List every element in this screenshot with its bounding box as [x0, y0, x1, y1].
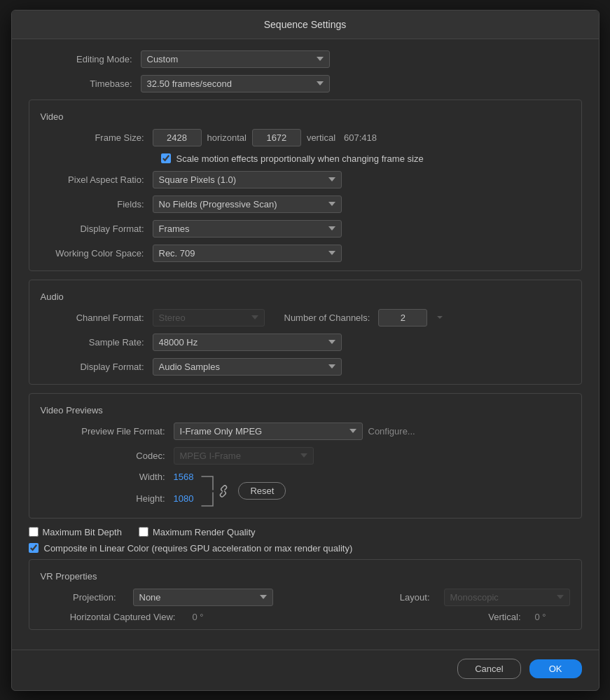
horizontal-captured-label: Horizontal Captured View: — [41, 612, 184, 622]
fields-row: Fields: No Fields (Progressive Scan) — [41, 195, 570, 213]
vr-properties-section: VR Properties Projection: None Layout: M… — [29, 559, 582, 630]
composite-row: Composite in Linear Color (requires GPU … — [29, 543, 582, 554]
frame-size-label: Frame Size: — [41, 132, 153, 143]
frame-height-input[interactable]: 1672 — [252, 129, 301, 146]
pixel-aspect-ratio-select[interactable]: Square Pixels (1.0) — [153, 171, 342, 188]
audio-channels-row: Stereo Number of Channels: 2 — [153, 309, 445, 327]
dialog-body: Editing Mode: Custom Timebase: 32.50 fra… — [12, 39, 599, 650]
pixel-aspect-ratio-row: Pixel Aspect Ratio: Square Pixels (1.0) — [41, 171, 570, 188]
codec-row: Codec: MPEG I-Frame — [41, 447, 570, 465]
height-value[interactable]: 1080 — [174, 493, 194, 504]
ok-button[interactable]: OK — [529, 659, 582, 678]
vr-section-label: VR Properties — [41, 571, 570, 582]
sample-rate-row: Sample Rate: 48000 Hz — [41, 334, 570, 351]
preview-file-format-select[interactable]: I-Frame Only MPEG — [174, 423, 363, 440]
max-render-quality-checkbox[interactable] — [139, 527, 148, 537]
dialog-footer: Cancel OK — [12, 650, 599, 690]
frame-size-row: Frame Size: 2428 horizontal 1672 vertica… — [41, 129, 570, 146]
layout-select: Monoscopic — [444, 589, 570, 606]
timebase-label: Timebase: — [29, 78, 141, 89]
display-format-row: Display Format: Frames — [41, 220, 570, 238]
height-label: Height: — [41, 493, 174, 504]
codec-label: Codec: — [41, 451, 174, 461]
vertical-value: 0 ° — [535, 612, 570, 622]
scale-motion-row: Scale motion effects proportionally when… — [161, 153, 570, 164]
width-height-inputs: Width: 1568 Height: 1080 — [41, 472, 194, 511]
channels-dropdown-icon — [436, 313, 444, 322]
horizontal-captured-value: 0 ° — [193, 612, 228, 622]
audio-display-format-label: Display Format: — [41, 362, 153, 372]
composite-linear-checkbox[interactable] — [29, 543, 39, 553]
fields-select[interactable]: No Fields (Progressive Scan) — [153, 195, 342, 213]
max-bit-depth-label[interactable]: Maximum Bit Depth — [43, 527, 122, 537]
preview-file-format-row: Preview File Format: I-Frame Only MPEG C… — [41, 423, 570, 440]
audio-display-format-select[interactable]: Audio Samples — [153, 358, 342, 376]
channel-format-select[interactable]: Stereo — [153, 309, 265, 327]
bracket-container: Reset — [199, 474, 286, 509]
vertical-label: vertical — [307, 132, 335, 143]
reset-button[interactable]: Reset — [238, 482, 286, 500]
editing-mode-label: Editing Mode: — [29, 54, 141, 64]
channel-format-label: Channel Format: — [41, 313, 153, 323]
video-section: Video Frame Size: 2428 horizontal 1672 v… — [29, 99, 582, 271]
max-render-quality-item: Maximum Render Quality — [139, 527, 256, 537]
display-format-label: Display Format: — [41, 224, 153, 234]
channel-format-row: Channel Format: Stereo Number of Channel… — [41, 309, 570, 327]
timebase-select[interactable]: 32.50 frames/second — [141, 75, 330, 92]
cancel-button[interactable]: Cancel — [457, 659, 520, 679]
audio-section: Audio Channel Format: Stereo Number of C… — [29, 280, 582, 385]
max-bit-depth-item: Maximum Bit Depth — [29, 527, 122, 537]
max-bit-depth-checkbox[interactable] — [29, 527, 39, 537]
frame-size-inputs: 2428 horizontal 1672 vertical 607:418 — [153, 129, 377, 146]
max-render-quality-label[interactable]: Maximum Render Quality — [153, 527, 256, 537]
link-icon — [217, 485, 230, 497]
width-value[interactable]: 1568 — [174, 472, 194, 482]
timebase-row: Timebase: 32.50 frames/second — [29, 75, 582, 92]
dimensions-container: Width: 1568 Height: 1080 — [41, 472, 570, 511]
pixel-aspect-ratio-label: Pixel Aspect Ratio: — [41, 174, 153, 185]
height-row: Height: 1080 — [41, 493, 194, 504]
dialog-title: Sequence Settings — [12, 11, 599, 39]
projection-label: Projection: — [41, 592, 125, 603]
preview-file-format-label: Preview File Format: — [41, 426, 174, 437]
composite-linear-label[interactable]: Composite in Linear Color (requires GPU … — [44, 543, 353, 554]
sequence-settings-dialog: Sequence Settings Editing Mode: Custom T… — [11, 10, 599, 691]
num-channels-label: Number of Channels: — [284, 313, 370, 323]
num-channels-input: 2 — [378, 309, 427, 327]
width-row: Width: 1568 — [41, 472, 194, 482]
sample-rate-select[interactable]: 48000 Hz — [153, 334, 342, 351]
video-previews-label: Video Previews — [41, 405, 570, 416]
fields-label: Fields: — [41, 199, 153, 210]
aspect-ratio-text: 607:418 — [344, 132, 377, 143]
editing-mode-select[interactable]: Custom — [141, 50, 330, 68]
layout-label: Layout: — [400, 592, 430, 603]
editing-mode-row: Editing Mode: Custom — [29, 50, 582, 68]
audio-section-label: Audio — [41, 291, 570, 302]
vr-projection-layout-row: Projection: None Layout: Monoscopic — [41, 589, 570, 606]
working-color-space-select[interactable]: Rec. 709 — [153, 245, 342, 262]
bottom-checkboxes-row: Maximum Bit Depth Maximum Render Quality — [29, 527, 582, 537]
vertical-label: Vertical: — [488, 612, 520, 622]
width-label: Width: — [41, 472, 174, 482]
audio-display-format-row: Display Format: Audio Samples — [41, 358, 570, 376]
scale-motion-label[interactable]: Scale motion effects proportionally when… — [176, 153, 424, 164]
projection-select[interactable]: None — [133, 589, 273, 606]
configure-button[interactable]: Configure... — [363, 423, 421, 439]
video-previews-section: Video Previews Preview File Format: I-Fr… — [29, 393, 582, 519]
vr-captured-view-row: Horizontal Captured View: 0 ° Vertical: … — [41, 612, 570, 622]
frame-width-input[interactable]: 2428 — [153, 129, 202, 146]
video-section-label: Video — [41, 111, 570, 122]
scale-motion-checkbox[interactable] — [161, 153, 171, 163]
bracket-icon — [199, 474, 216, 509]
horizontal-label: horizontal — [207, 132, 247, 143]
codec-select: MPEG I-Frame — [174, 447, 314, 465]
working-color-space-label: Working Color Space: — [41, 248, 153, 259]
working-color-space-row: Working Color Space: Rec. 709 — [41, 245, 570, 262]
sample-rate-label: Sample Rate: — [41, 337, 153, 348]
display-format-select[interactable]: Frames — [153, 220, 342, 238]
